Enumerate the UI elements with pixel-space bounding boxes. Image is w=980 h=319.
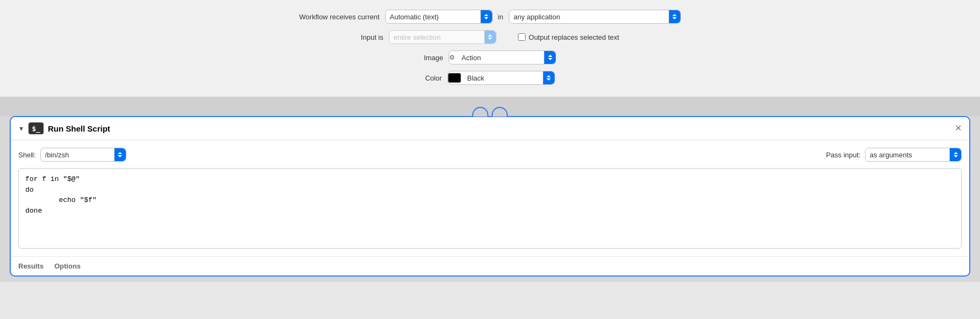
input-type-select[interactable]: Automatic (text) <box>385 10 493 24</box>
pass-input-chevron-down-icon <box>954 155 958 157</box>
input-chevron-up-icon <box>488 34 492 37</box>
shell-left: Shell: /bin/zsh <box>18 148 126 162</box>
color-swatch <box>448 73 461 83</box>
input-is-label: Input is <box>361 33 384 41</box>
app-select[interactable]: any application <box>509 10 681 24</box>
shell-row: Shell: /bin/zsh Pass input: as arguments <box>18 148 962 162</box>
color-chevron-down-icon <box>546 78 551 81</box>
pass-input-right: Pass input: as arguments <box>826 148 962 162</box>
terminal-icon-text: $_ <box>32 125 40 133</box>
tab-options[interactable]: Options <box>54 261 81 271</box>
code-editor[interactable]: for f in "$@" do echo "$f" done <box>18 168 962 249</box>
color-label: Color <box>425 74 442 82</box>
connector-area <box>0 97 980 116</box>
image-chevron-down-icon <box>548 58 552 60</box>
close-button[interactable]: ✕ <box>955 124 962 133</box>
gear-icon: ⚙ <box>449 54 455 61</box>
action-footer: Results Options <box>11 256 969 276</box>
input-is-select[interactable]: entire selection <box>389 30 496 44</box>
color-value: Black <box>463 74 543 82</box>
shell-select[interactable]: /bin/zsh <box>40 148 126 162</box>
output-replaces-checkbox[interactable] <box>518 33 525 41</box>
connector-bump-right <box>492 107 508 117</box>
terminal-icon: $_ <box>29 122 44 134</box>
input-is-stepper[interactable] <box>484 31 496 44</box>
pass-input-chevron-up-icon <box>954 152 958 154</box>
input-type-stepper[interactable] <box>480 10 492 23</box>
app-chevron-down-icon <box>672 17 677 19</box>
shell-chevron-up-icon <box>118 152 122 154</box>
app-stepper[interactable] <box>669 10 680 23</box>
image-chevron-up-icon <box>548 55 552 57</box>
shell-value: /bin/zsh <box>41 151 114 159</box>
action-title: Run Shell Script <box>48 124 962 133</box>
shell-stepper[interactable] <box>114 148 126 161</box>
image-label: Image <box>424 54 443 62</box>
shell-label: Shell: <box>18 151 36 159</box>
chevron-down-icon <box>484 17 488 19</box>
color-stepper[interactable] <box>543 71 555 84</box>
shell-chevron-down-icon <box>118 155 122 157</box>
action-panel: ▾ $_ Run Shell Script ✕ Shell: /bin/zsh <box>10 116 970 277</box>
input-type-value: Automatic (text) <box>386 13 480 21</box>
action-header: ▾ $_ Run Shell Script ✕ <box>11 117 969 140</box>
pass-input-label: Pass input: <box>826 151 861 159</box>
input-row: Input is entire selection Output replace… <box>361 30 619 44</box>
input-is-placeholder: entire selection <box>389 33 484 41</box>
action-body: Shell: /bin/zsh Pass input: as arguments <box>11 140 969 256</box>
app-chevron-up-icon <box>672 14 677 16</box>
pass-input-stepper[interactable] <box>949 148 961 161</box>
app-value: any application <box>509 13 669 21</box>
in-label: in <box>498 13 503 21</box>
image-stepper[interactable] <box>544 51 556 64</box>
image-value: Action <box>457 54 544 62</box>
color-select[interactable]: Black <box>448 71 555 85</box>
input-chevron-down-icon <box>488 38 492 40</box>
color-row: Color Black <box>425 71 555 85</box>
chevron-up-icon <box>484 14 488 16</box>
color-chevron-up-icon <box>546 75 551 77</box>
workflow-receives-label: Workflow receives current <box>299 13 379 21</box>
workflow-row: Workflow receives current Automatic (tex… <box>299 10 680 24</box>
image-row: Image ⚙ Action <box>424 50 556 64</box>
output-replaces-wrapper: Output replaces selected text <box>518 33 619 41</box>
connector-bumps <box>472 107 508 117</box>
image-select[interactable]: ⚙ Action <box>449 50 556 64</box>
top-section: Workflow receives current Automatic (tex… <box>0 0 980 97</box>
pass-input-value: as arguments <box>865 151 949 159</box>
connector-bump-left <box>472 107 488 117</box>
tab-results[interactable]: Results <box>18 261 44 271</box>
collapse-button[interactable]: ▾ <box>18 124 24 133</box>
output-replaces-label: Output replaces selected text <box>529 33 619 41</box>
pass-input-select[interactable]: as arguments <box>865 148 962 162</box>
